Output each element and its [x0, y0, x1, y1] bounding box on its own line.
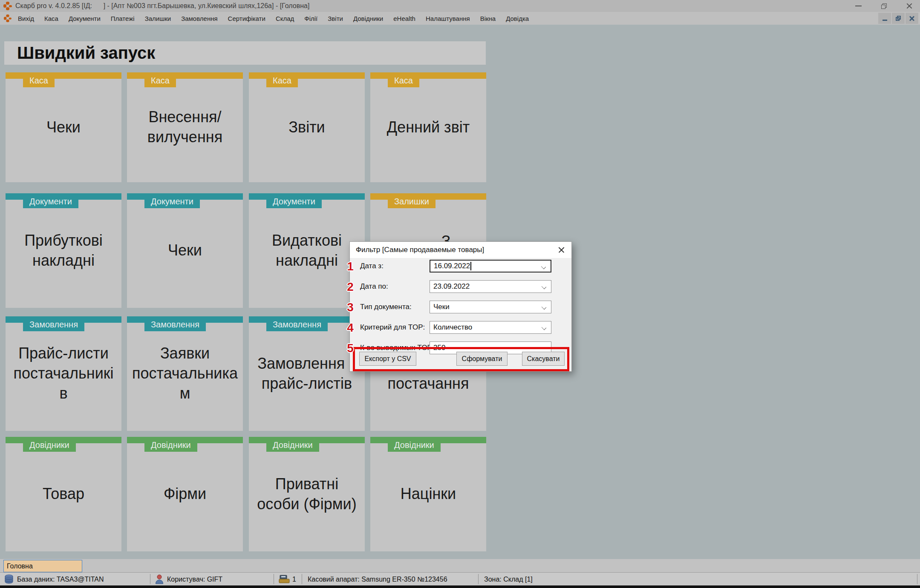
field-row-doc-type: 3 Тип документа: Чеки: [350, 301, 571, 313]
field-row-date-from: 1 Дата з: 16.09.2022: [350, 260, 571, 272]
field-row-top-criterion: 4 Критерий для TOP: Количество: [350, 321, 571, 334]
doc-type-value: Чеки: [433, 303, 450, 311]
tile-zam-prais-lysty[interactable]: Замовлення Прайс-листи постачальників: [6, 316, 121, 431]
tab-golovna[interactable]: Головна: [3, 560, 82, 572]
menu-logo-icon: [4, 14, 12, 22]
tile-label: Прайс-листи постачальників: [6, 316, 121, 431]
cash-register-icon: [279, 574, 290, 584]
tile-label: Товар: [6, 437, 121, 551]
page-title: Швидкий запуск: [17, 43, 155, 63]
database-icon: [4, 574, 14, 584]
dialog-title: Фильтр [Самые продаваемые товары]: [356, 246, 484, 254]
menu-item-sklad[interactable]: Склад: [276, 15, 294, 22]
menu-item-zvity[interactable]: Звіти: [328, 15, 343, 22]
annotation-number-5: 5: [344, 341, 357, 355]
menu-item-sertyfikaty[interactable]: Сертифікати: [228, 15, 265, 22]
tile-doc-prybutkovi[interactable]: Документи Прибуткові накладні: [6, 193, 121, 308]
menu-item-vykhid[interactable]: Вихід: [18, 15, 34, 22]
window-bottom-edge: [0, 585, 920, 588]
menu-item-platezhi[interactable]: Платежі: [111, 15, 135, 22]
tile-label: Чеки: [127, 193, 243, 308]
date-from-value: 16.09.2022: [434, 262, 470, 270]
status-zone: Зона: Склад [1]: [484, 573, 533, 586]
text-caret: [470, 262, 471, 270]
user-icon: [155, 574, 164, 584]
restore-icon[interactable]: [881, 3, 887, 9]
mdi-restore-icon[interactable]: [892, 13, 905, 24]
annotation-number-1: 1: [344, 260, 357, 273]
tile-label: Денний звіт: [370, 72, 486, 182]
tile-label: Заявки постачальникам: [127, 316, 243, 431]
date-from-label: Дата з:: [360, 260, 384, 272]
tile-kasa-vnesennia[interactable]: Каса Внесення/вилучення: [127, 72, 243, 182]
menu-bar: Вихід Каса Документи Платежі Залишки Зам…: [0, 12, 920, 25]
annotation-highlight-box: [353, 347, 569, 371]
chevron-down-icon[interactable]: [542, 305, 546, 310]
doc-type-label: Тип документа:: [360, 301, 412, 313]
filter-dialog: Фильтр [Самые продаваемые товары] 1 Дата…: [349, 241, 572, 372]
tile-doc-cheky[interactable]: Документи Чеки: [127, 193, 243, 308]
tile-dov-pryvatni-osoby[interactable]: Довідники Приватні особи (Фірми): [249, 437, 365, 551]
status-database: База даних: TASA3@TITAN: [17, 573, 104, 586]
mdi-minimize-icon[interactable]: [878, 13, 891, 24]
tile-label: Звіти: [249, 72, 365, 182]
tile-kasa-dennyi-zvit[interactable]: Каса Денний звіт: [370, 72, 486, 182]
dialog-title-bar[interactable]: Фильтр [Самые продаваемые товары]: [350, 242, 571, 258]
tile-label: Приватні особи (Фірми): [249, 437, 365, 551]
annotation-number-4: 4: [344, 321, 357, 335]
date-to-label: Дата по:: [360, 280, 388, 293]
menu-item-ehealth[interactable]: eHealth: [393, 15, 415, 22]
chevron-down-icon[interactable]: [541, 264, 546, 269]
app-window: Скарб pro v. 4.0.2.85 [ІД: ] - [Апт №003…: [0, 0, 920, 588]
status-register-count: 1: [292, 573, 296, 586]
date-to-value: 23.09.2022: [433, 282, 470, 291]
menu-item-zamovlennia[interactable]: Замовлення: [181, 15, 217, 22]
menu-item-dovidnyky[interactable]: Довідники: [353, 15, 383, 22]
chevron-down-icon[interactable]: [542, 325, 546, 330]
tile-zam-zaiavky[interactable]: Замовлення Заявки постачальникам: [127, 316, 243, 431]
annotation-number-3: 3: [344, 301, 357, 314]
doc-type-combobox[interactable]: Чеки: [430, 301, 551, 313]
tile-label: Націнки: [370, 437, 486, 551]
minimize-icon[interactable]: [855, 6, 862, 6]
chevron-down-icon[interactable]: [542, 284, 546, 289]
status-cash-register: Касовий апарат: Samsung ER-350 №123456: [308, 573, 447, 586]
tile-label: Внесення/вилучення: [127, 72, 243, 182]
tab-strip: Головна: [0, 559, 920, 572]
mdi-close-icon[interactable]: [906, 13, 918, 24]
tile-dov-firmy[interactable]: Довідники Фірми: [127, 437, 243, 551]
title-bar: Скарб pro v. 4.0.2.85 [ІД: ] - [Апт №003…: [0, 0, 920, 12]
field-row-date-to: 2 Дата по: 23.09.2022: [350, 280, 571, 293]
tile-dov-natsinky[interactable]: Довідники Націнки: [370, 437, 486, 551]
tile-label: Фірми: [127, 437, 243, 551]
top-criterion-value: Количество: [433, 323, 472, 332]
menu-item-filii[interactable]: Філії: [304, 15, 317, 22]
window-title: Скарб pro v. 4.0.2.85 [ІД: ] - [Апт №003…: [15, 2, 309, 10]
tile-kasa-zvity[interactable]: Каса Звіти: [249, 72, 365, 182]
app-logo-icon: [3, 2, 12, 10]
menu-item-zalyshky[interactable]: Залишки: [145, 15, 171, 22]
menu-item-vikna[interactable]: Вікна: [480, 15, 496, 22]
status-bar: База даних: TASA3@TITAN Користувач: GIFT…: [0, 572, 920, 585]
menu-item-nalashtuvannia[interactable]: Налаштування: [426, 15, 470, 22]
quick-launch-panel: Швидкий запуск: [4, 41, 486, 65]
tile-kasa-cheky[interactable]: Каса Чеки: [6, 72, 121, 182]
menu-items: Вихід Каса Документи Платежі Залишки Зам…: [18, 15, 529, 22]
close-icon[interactable]: [906, 3, 912, 9]
dialog-close-icon[interactable]: [557, 246, 566, 254]
menu-item-kasa[interactable]: Каса: [44, 15, 58, 22]
top-criterion-label: Критерий для TOP:: [360, 321, 425, 334]
tile-label: Прибуткові накладні: [6, 193, 121, 308]
menu-item-dokumenty[interactable]: Документи: [69, 15, 101, 22]
top-criterion-combobox[interactable]: Количество: [430, 321, 551, 334]
annotation-number-2: 2: [344, 280, 357, 294]
menu-item-dovidka[interactable]: Довідка: [506, 15, 529, 22]
tile-dov-tovar[interactable]: Довідники Товар: [6, 437, 121, 551]
status-user: Користувач: GIFT: [167, 573, 222, 586]
date-to-combobox[interactable]: 23.09.2022: [430, 280, 551, 293]
date-from-combobox[interactable]: 16.09.2022: [430, 260, 551, 272]
tile-label: Чеки: [6, 72, 121, 182]
